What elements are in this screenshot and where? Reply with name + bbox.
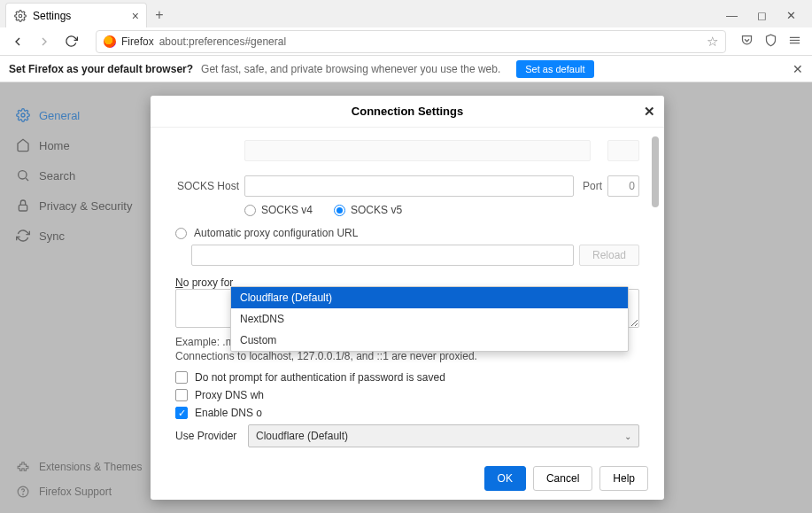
url-text: about:preferences#general — [159, 35, 286, 48]
checkbox-label: Proxy DNS wh — [195, 389, 264, 401]
ok-button[interactable]: OK — [484, 466, 526, 491]
checkbox-icon — [175, 389, 188, 401]
nav-toolbar: Firefox about:preferences#general ☆ — [0, 27, 812, 56]
dialog-footer: OK Cancel Help — [151, 457, 664, 500]
reload-button[interactable] — [60, 31, 81, 52]
menu-icon[interactable] — [788, 34, 801, 50]
checkbox-noauth[interactable]: Do not prompt for authentication if pass… — [175, 371, 639, 384]
dialog-close-icon[interactable]: ✕ — [644, 104, 655, 120]
provider-selected: Cloudflare (Default) — [256, 430, 348, 442]
radio-icon — [175, 228, 187, 239]
auto-pac-label: Automatic proxy configuration URL — [194, 227, 358, 239]
socks-port-input[interactable] — [607, 175, 639, 197]
http-proxy-input[interactable] — [244, 140, 591, 161]
dialog-header: Connection Settings ✕ — [151, 96, 664, 128]
close-icon[interactable]: ✕ — [786, 9, 796, 22]
checkbox-icon — [175, 371, 188, 384]
radio-icon — [244, 205, 256, 216]
pocket-icon[interactable] — [740, 34, 754, 50]
socks-v5-label: SOCKS v5 — [351, 204, 402, 216]
checkbox-icon: ✓ — [175, 407, 188, 419]
tab-bar: Settings × + — ◻ ✕ — [0, 0, 812, 27]
radio-icon — [334, 205, 345, 216]
url-bar[interactable]: Firefox about:preferences#general ☆ — [96, 30, 726, 53]
dropdown-option-nextdns[interactable]: NextDNS — [231, 308, 628, 330]
cancel-button[interactable]: Cancel — [533, 466, 592, 491]
help-button[interactable]: Help — [599, 466, 648, 491]
reload-button[interactable]: Reload — [579, 245, 639, 266]
dropdown-option-cloudflare[interactable]: Cloudflare (Default) — [231, 287, 628, 308]
field-label-blank — [175, 144, 239, 157]
back-button[interactable] — [7, 31, 28, 52]
set-default-button[interactable]: Set as default — [516, 60, 593, 78]
checkbox-label: Do not prompt for authentication if pass… — [195, 371, 445, 384]
window-controls: — ◻ ✕ — [726, 9, 807, 27]
scrollbar-thumb[interactable] — [652, 136, 659, 207]
shield-icon[interactable] — [764, 34, 777, 50]
minimize-icon[interactable]: — — [726, 9, 738, 22]
checkbox-doh[interactable]: ✓ Enable DNS o — [175, 407, 639, 419]
provider-select[interactable]: Cloudflare (Default) ⌄ — [248, 424, 639, 447]
provider-dropdown: Cloudflare (Default) NextDNS Custom — [230, 286, 629, 352]
socks-v5-radio[interactable]: SOCKS v5 — [334, 204, 402, 216]
socks-host-label: SOCKS Host — [175, 180, 239, 192]
firefox-icon — [104, 35, 116, 48]
checkbox-proxydns[interactable]: Proxy DNS wh — [175, 389, 639, 401]
identity-label: Firefox — [121, 35, 154, 48]
port-label-blank — [599, 144, 602, 157]
pac-url-input[interactable] — [191, 245, 574, 266]
default-bar-title: Set Firefox as your default browser? — [9, 63, 193, 75]
toolbar-icons — [740, 34, 805, 50]
checkbox-label: Enable DNS o — [195, 407, 262, 419]
dropdown-option-custom[interactable]: Custom — [231, 330, 628, 351]
use-provider-label: Use Provider — [175, 430, 239, 442]
new-tab-button[interactable]: + — [147, 3, 172, 27]
bookmark-star-icon[interactable]: ☆ — [707, 34, 718, 50]
port-label: Port — [583, 180, 602, 192]
socks-v4-radio[interactable]: SOCKS v4 — [244, 204, 313, 216]
browser-tab[interactable]: Settings × — [5, 3, 147, 27]
svg-point-0 — [19, 14, 22, 18]
socks-v4-label: SOCKS v4 — [261, 204, 313, 216]
auto-pac-radio[interactable]: Automatic proxy configuration URL — [175, 227, 639, 239]
gear-icon — [13, 9, 27, 23]
dialog-title: Connection Settings — [352, 105, 463, 118]
socks-host-input[interactable] — [244, 175, 574, 197]
default-browser-bar: Set Firefox as your default browser? Get… — [0, 56, 812, 82]
tab-title: Settings — [33, 10, 71, 22]
forward-button[interactable] — [34, 31, 55, 52]
maximize-icon[interactable]: ◻ — [757, 9, 767, 22]
http-port-input[interactable] — [607, 140, 639, 161]
default-bar-close-icon[interactable]: ✕ — [793, 62, 803, 76]
dialog-scrollbar[interactable] — [650, 135, 661, 450]
default-bar-sub: Get fast, safe, and private browsing whe… — [201, 63, 500, 75]
localhost-note: Connections to localhost, 127.0.0.1/8, a… — [175, 350, 639, 362]
chevron-down-icon: ⌄ — [624, 431, 631, 441]
tab-close-icon[interactable]: × — [132, 9, 139, 23]
